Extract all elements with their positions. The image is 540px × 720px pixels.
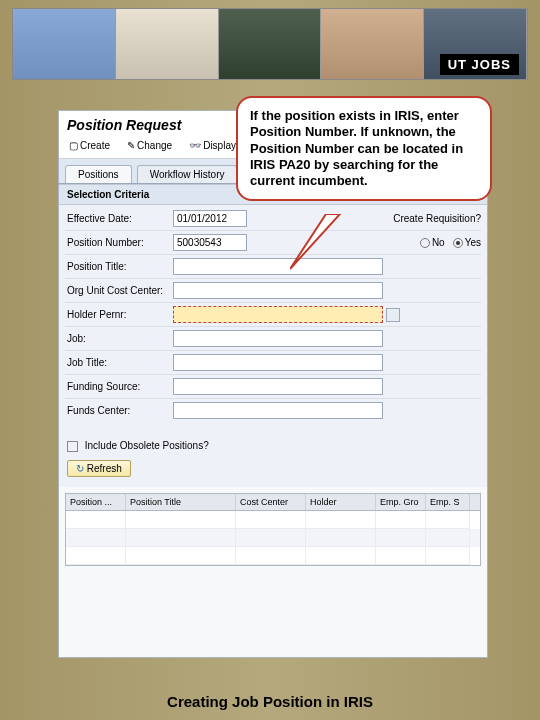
obsolete-row: Include Obsolete Positions? — [59, 430, 487, 456]
search-help-icon[interactable] — [386, 308, 400, 322]
pencil-icon: ✎ — [127, 140, 135, 151]
org-cost-center-label: Org Unit Cost Center: — [65, 285, 173, 296]
col-cost-center[interactable]: Cost Center — [236, 494, 306, 510]
job-input[interactable] — [173, 330, 383, 347]
include-obsolete-checkbox[interactable] — [67, 441, 78, 452]
refresh-icon: ↻ — [76, 463, 84, 474]
display-label: Display — [203, 140, 236, 151]
create-requisition-no[interactable]: No — [420, 237, 445, 248]
col-emp-s[interactable]: Emp. S — [426, 494, 470, 510]
radio-icon — [453, 238, 463, 248]
funding-source-input[interactable] — [173, 378, 383, 395]
form-body: Effective Date: Create Requisition? Posi… — [59, 205, 487, 430]
refresh-label: Refresh — [87, 463, 122, 474]
slide-caption: Creating Job Position in IRIS — [0, 693, 540, 710]
position-title-input[interactable] — [173, 258, 383, 275]
callout-tail-icon — [290, 214, 350, 274]
radio-yes-label: Yes — [465, 237, 481, 248]
results-grid: Position ... Position Title Cost Center … — [65, 493, 481, 566]
col-position-title[interactable]: Position Title — [126, 494, 236, 510]
change-label: Change — [137, 140, 172, 151]
position-number-input[interactable] — [173, 234, 247, 251]
create-requisition-yes[interactable]: Yes — [453, 237, 481, 248]
job-title-label: Job Title: — [65, 357, 173, 368]
grid-header-row: Position ... Position Title Cost Center … — [66, 494, 480, 511]
document-icon: ▢ — [69, 140, 78, 151]
tab-workflow-history[interactable]: Workflow History — [137, 165, 238, 183]
funds-center-input[interactable] — [173, 402, 383, 419]
tab-positions[interactable]: Positions — [65, 165, 132, 183]
table-row — [66, 547, 480, 565]
funding-source-label: Funding Source: — [65, 381, 173, 392]
banner-photo-1 — [13, 9, 116, 79]
job-label: Job: — [65, 333, 173, 344]
job-title-input[interactable] — [173, 354, 383, 371]
table-row — [66, 511, 480, 529]
banner-photo-4 — [321, 9, 424, 79]
glasses-icon: 👓 — [189, 140, 201, 151]
instruction-callout: If the position exists in IRIS, enter Po… — [236, 96, 492, 201]
funds-center-label: Funds Center: — [65, 405, 173, 416]
effective-date-label: Effective Date: — [65, 213, 173, 224]
position-number-label: Position Number: — [65, 237, 173, 248]
effective-date-input[interactable] — [173, 210, 247, 227]
create-button[interactable]: ▢Create — [65, 139, 114, 152]
banner-header: UT JOBS — [12, 8, 528, 80]
col-emp-gro[interactable]: Emp. Gro — [376, 494, 426, 510]
col-holder[interactable]: Holder — [306, 494, 376, 510]
refresh-button[interactable]: ↻ Refresh — [67, 460, 131, 477]
position-title-label: Position Title: — [65, 261, 173, 272]
change-button[interactable]: ✎Change — [123, 139, 176, 152]
holder-pernr-input[interactable] — [173, 306, 383, 323]
radio-no-label: No — [432, 237, 445, 248]
banner-photo-2 — [116, 9, 219, 79]
banner-photo-3 — [219, 9, 322, 79]
ut-jobs-logo: UT JOBS — [440, 54, 519, 75]
create-requisition-label: Create Requisition? — [393, 213, 481, 224]
svg-marker-0 — [290, 214, 340, 269]
org-cost-center-input[interactable] — [173, 282, 383, 299]
holder-pernr-label: Holder Pernr: — [65, 309, 173, 320]
include-obsolete-label: Include Obsolete Positions? — [85, 440, 209, 451]
table-row — [66, 529, 480, 547]
col-position[interactable]: Position ... — [66, 494, 126, 510]
radio-icon — [420, 238, 430, 248]
display-button[interactable]: 👓Display — [185, 139, 240, 152]
create-label: Create — [80, 140, 110, 151]
